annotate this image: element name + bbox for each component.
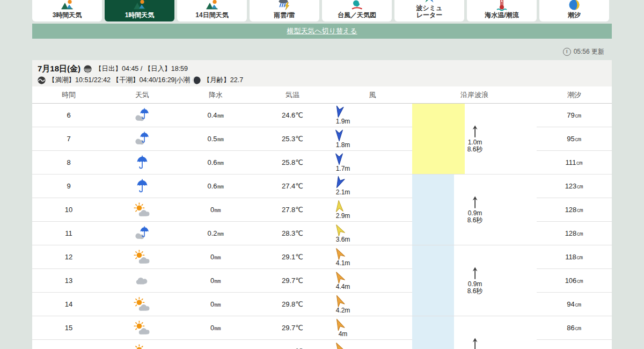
wind-speed-label: 1.7m [336,165,350,172]
forecast-row: 150㎜29.7℃4m [32,316,412,340]
hourly-forecast-card: 7月18日(金) 【日出】04:45 / 【日入】18:59 【満潮】10:51… [32,60,612,349]
tab-label: 14日間天気 [195,12,228,19]
wave-height-bar [412,104,465,174]
tab-landscape[interactable]: 3時間天気 [32,0,102,21]
switch-to-horizontal-link[interactable]: 横型天気へ切り替える [287,26,357,36]
forecast-row: 80.6㎜25.8℃1.7m [32,151,412,174]
coastal-wave-column: 1.0m8.6秒0.9m8.6秒0.9m8.6秒0.9m8.6秒 [412,104,537,349]
typhoon-icon [350,0,363,11]
tide-cell: 94㎝ [537,293,612,316]
precip-cell: 0㎜ [179,276,252,286]
wave-height-bar [412,316,454,349]
precip-cell: 0.2㎜ [179,229,252,238]
tide-wave-icon [38,76,46,84]
tab-typhoon[interactable]: 台風／天気図 [322,0,392,21]
precip-cell: 0㎜ [179,347,252,349]
time-cell: 8 [32,158,105,166]
wave-label: 0.9m8.6秒 [467,195,483,224]
cloud-umbrella-icon [105,108,179,123]
wave-label: 0.9m8.6秒 [467,337,483,349]
wave-label: 1.0m8.6秒 [467,124,483,154]
precip-cell: 0.5㎜ [179,134,252,144]
temp-cell: 25.3℃ [252,135,333,143]
wave-height-bar [412,174,454,245]
wind-cell: 3.6m [333,222,412,245]
forecast-row: 160㎜29.8℃3.9m [32,340,412,349]
info-icon [563,48,571,56]
time-cell: 10 [32,206,105,214]
tab-label: 波シミュ レーター [416,5,443,19]
precip-cell: 0㎜ [179,205,252,215]
wave-sim-icon [423,0,436,4]
umbrella-icon [105,179,179,194]
precip-cell: 0㎜ [179,252,252,262]
column-header: 風 [333,90,412,100]
sun-cloud-icon [105,297,179,312]
column-header: 天気 [105,90,179,100]
cloud-umbrella-icon [105,132,179,147]
wind-cell: 2.1m [333,174,412,198]
wind-cell: 1.8m [333,127,412,150]
moon-icon [193,76,201,84]
tide-cell: 86㎝ [537,316,612,340]
cloud-umbrella-icon [105,226,179,241]
table-body: 60.4㎜24.6℃1.9m70.5㎜25.3℃1.8m80.6㎜25.8℃1.… [32,104,612,349]
sea-temp-icon [495,0,508,11]
forecast-row: 100㎜27.8℃2.9m [32,198,412,222]
forecast-row: 120㎜29.1℃4.1m [32,245,412,269]
wind-cell: 2.9m [333,198,412,221]
column-header: 気温 [252,90,333,100]
time-cell: 7 [32,135,105,143]
tab-tide-moon[interactable]: 潮汐 [539,0,609,21]
temp-cell: 25.8℃ [252,158,333,166]
column-header: 潮汐 [537,90,612,100]
tide-moon-icon [568,0,581,11]
wind-arrow-icon [331,340,347,349]
temp-cell: 28.3℃ [252,229,333,237]
update-time-label: 05:56 更新 [574,47,604,56]
column-header: 時間 [32,90,105,100]
time-cell: 14 [32,300,105,308]
wave-group: 1.0m8.6秒 [412,104,537,174]
tide-cell: 106㎝ [537,269,612,293]
wind-cell: 1.9m [333,104,412,127]
temp-cell: 27.4℃ [252,182,333,190]
tide-cell: 128㎝ [537,198,612,222]
sun-cloud-icon [105,321,179,336]
tab-rain-lightning[interactable]: 雨雲/雷 [250,0,319,21]
tab-label: 海水温/潮流 [485,12,518,19]
tab-landscape[interactable]: 14日間天気 [177,0,247,21]
forecast-row: 60.4㎜24.6℃1.9m [32,104,412,127]
time-cell: 11 [32,229,105,237]
forecast-row: 70.5㎜25.3℃1.8m [32,127,412,151]
wave-height-label: 0.9m [468,209,482,217]
wind-cell: 4.2m [333,293,412,316]
tide-cell: 79㎝ [537,104,612,127]
time-cell: 6 [32,111,105,119]
wind-arrow-icon [333,104,346,119]
date-label: 7月18日(金) [38,64,80,74]
tab-wave-sim[interactable]: 波シミュ レーター [394,0,464,21]
layout-switch-banner[interactable]: 横型天気へ切り替える [32,24,612,39]
wind-arrow-icon [333,199,345,213]
tide-cell: 123㎝ [537,174,612,198]
update-time-row: 05:56 更新 [32,47,604,56]
tab-sea-temp[interactable]: 海水温/潮流 [467,0,537,21]
forecast-rows: 60.4㎜24.6℃1.9m70.5㎜25.3℃1.8m80.6㎜25.8℃1.… [32,104,412,349]
tide-column: 79㎝95㎝111㎝123㎝128㎝128㎝118㎝106㎝94㎝86㎝80㎝ [537,104,612,349]
forecast-row: 130㎜29.7℃4.4m [32,269,412,293]
column-header: 降水 [179,90,252,100]
landscape-icon [206,0,218,11]
wind-speed-label: 4m [339,330,348,338]
wave-period-label: 8.6秒 [467,288,483,295]
tab-landscape-selected[interactable]: 1時間天気 [105,0,174,21]
wave-group: 0.9m8.6秒 [412,245,537,316]
wind-arrow-icon [334,152,345,165]
wave-period-label: 8.6秒 [467,217,483,224]
wind-speed-label: 2.1m [336,188,350,196]
wave-period-label: 8.6秒 [467,146,483,154]
sun-cloud-icon [105,344,179,349]
precip-cell: 0.6㎜ [179,158,252,168]
temp-cell: 29.8℃ [252,300,333,308]
sunrise-sunset-label: 【日出】04:45 / 【日入】18:59 [95,64,188,74]
